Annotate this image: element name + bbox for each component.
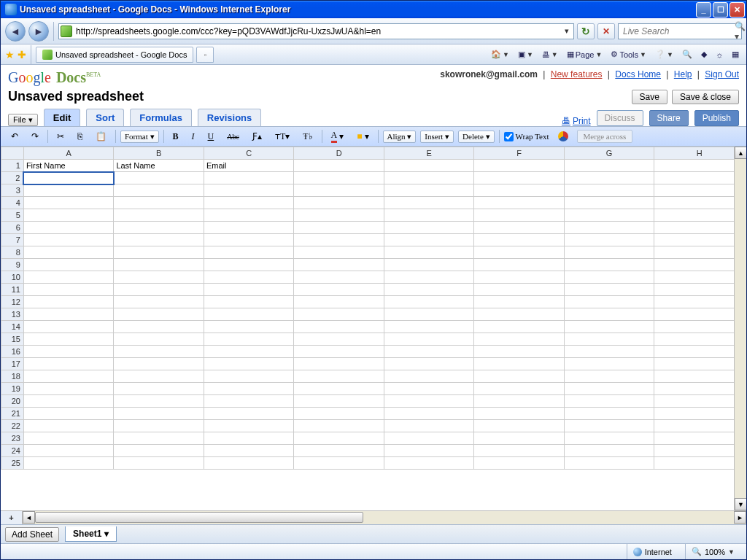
cell-H20[interactable]	[654, 395, 745, 408]
cell-D18[interactable]	[294, 370, 384, 383]
cell-F1[interactable]	[474, 160, 565, 172]
col-header-D[interactable]: D	[294, 147, 384, 160]
cell-G7[interactable]	[564, 234, 654, 246]
cell-F9[interactable]	[474, 259, 565, 271]
cell-H14[interactable]	[654, 321, 745, 333]
cell-C15[interactable]	[204, 333, 294, 346]
cell-H17[interactable]	[654, 358, 745, 370]
chart-icon[interactable]	[554, 130, 573, 143]
cell-A15[interactable]	[23, 333, 114, 346]
row-header[interactable]: 25	[1, 457, 24, 470]
cell-E22[interactable]	[384, 420, 474, 432]
row-header[interactable]: 3	[1, 184, 24, 197]
hscroll-track[interactable]	[35, 511, 734, 524]
cell-H18[interactable]	[654, 370, 745, 383]
cell-D22[interactable]	[294, 420, 384, 432]
browser-tab-active[interactable]: Unsaved spreadsheet - Google Docs	[36, 47, 193, 63]
cell-D17[interactable]	[294, 358, 384, 370]
ext3-icon[interactable]: ☼	[713, 47, 726, 62]
cell-A24[interactable]	[23, 445, 114, 457]
add-row-button[interactable]: +	[1, 511, 23, 524]
scroll-right-button[interactable]: ►	[734, 511, 746, 524]
cell-F5[interactable]	[474, 209, 565, 222]
cell-B17[interactable]	[114, 358, 204, 370]
cell-E8[interactable]	[384, 246, 474, 259]
cell-G10[interactable]	[564, 271, 654, 284]
cell-E6[interactable]	[384, 222, 474, 234]
cell-B2[interactable]	[114, 172, 204, 184]
cell-D15[interactable]	[294, 333, 384, 346]
cell-A16[interactable]	[23, 346, 114, 358]
cell-E16[interactable]	[384, 346, 474, 358]
page-menu[interactable]: ▦ Page▼	[564, 47, 605, 62]
cell-G2[interactable]	[564, 172, 654, 184]
redo-button[interactable]: ↷	[27, 130, 43, 144]
cell-C13[interactable]	[204, 308, 294, 321]
cell-F4[interactable]	[474, 197, 565, 209]
cell-D4[interactable]	[294, 197, 384, 209]
cell-A20[interactable]	[23, 395, 114, 408]
cell-F21[interactable]	[474, 408, 565, 420]
delete-menu[interactable]: Delete ▾	[458, 131, 494, 143]
url-input[interactable]	[74, 26, 562, 37]
minimize-button[interactable]: _	[696, 2, 711, 18]
copy-button[interactable]: ⎘	[73, 130, 87, 144]
cell-E14[interactable]	[384, 321, 474, 333]
cell-A19[interactable]	[23, 383, 114, 395]
row-header[interactable]: 23	[1, 432, 24, 445]
cell-B14[interactable]	[114, 321, 204, 333]
cell-G11[interactable]	[564, 284, 654, 296]
undo-button[interactable]: ↶	[7, 130, 23, 144]
add-favorites-icon[interactable]: ✚	[18, 49, 26, 61]
print-link[interactable]: 🖶 Print	[562, 116, 591, 126]
cell-D19[interactable]	[294, 383, 384, 395]
cell-E20[interactable]	[384, 395, 474, 408]
cell-E3[interactable]	[384, 184, 474, 197]
cell-H23[interactable]	[654, 432, 745, 445]
row-header[interactable]: 10	[1, 271, 24, 284]
cell-A7[interactable]	[23, 234, 114, 246]
cell-A5[interactable]	[23, 209, 114, 222]
cell-B22[interactable]	[114, 420, 204, 432]
security-zone[interactable]: Internet	[627, 544, 678, 559]
feeds-icon[interactable]: ▣▼	[515, 47, 536, 62]
cell-H3[interactable]	[654, 184, 745, 197]
insert-menu[interactable]: Insert ▾	[420, 131, 454, 143]
tools-menu[interactable]: ⚙ Tools▼	[608, 47, 649, 62]
row-header[interactable]: 6	[1, 222, 24, 234]
cell-E4[interactable]	[384, 197, 474, 209]
cell-A3[interactable]	[23, 184, 114, 197]
back-button[interactable]: ◄	[5, 21, 26, 42]
cell-F22[interactable]	[474, 420, 565, 432]
cell-A22[interactable]	[23, 420, 114, 432]
cell-F24[interactable]	[474, 445, 565, 457]
col-header-E[interactable]: E	[384, 147, 474, 160]
cell-E15[interactable]	[384, 333, 474, 346]
search-input[interactable]	[622, 26, 735, 37]
cell-F10[interactable]	[474, 271, 565, 284]
cell-F20[interactable]	[474, 395, 565, 408]
cell-D8[interactable]	[294, 246, 384, 259]
row-header[interactable]: 14	[1, 321, 24, 333]
cell-D12[interactable]	[294, 296, 384, 308]
cell-F7[interactable]	[474, 234, 565, 246]
cell-G15[interactable]	[564, 333, 654, 346]
cell-H6[interactable]	[654, 222, 745, 234]
horizontal-scrollbar[interactable]: ◄ ►	[23, 511, 746, 524]
row-header[interactable]: 9	[1, 259, 24, 271]
search-box[interactable]: 🔍▾	[618, 23, 742, 39]
print-icon[interactable]: 🖶▼	[539, 47, 561, 62]
forward-button[interactable]: ►	[28, 21, 49, 42]
cell-A23[interactable]	[23, 432, 114, 445]
cell-B24[interactable]	[114, 445, 204, 457]
row-header[interactable]: 22	[1, 420, 24, 432]
cell-G20[interactable]	[564, 395, 654, 408]
cell-H2[interactable]	[654, 172, 745, 184]
add-sheet-button[interactable]: Add Sheet	[5, 527, 59, 542]
cell-H16[interactable]	[654, 346, 745, 358]
font-size-dec-button[interactable]: ᴛT▾	[271, 130, 294, 144]
cell-G22[interactable]	[564, 420, 654, 432]
cell-B8[interactable]	[114, 246, 204, 259]
help-icon[interactable]: ❔▼	[652, 47, 676, 62]
cell-H7[interactable]	[654, 234, 745, 246]
